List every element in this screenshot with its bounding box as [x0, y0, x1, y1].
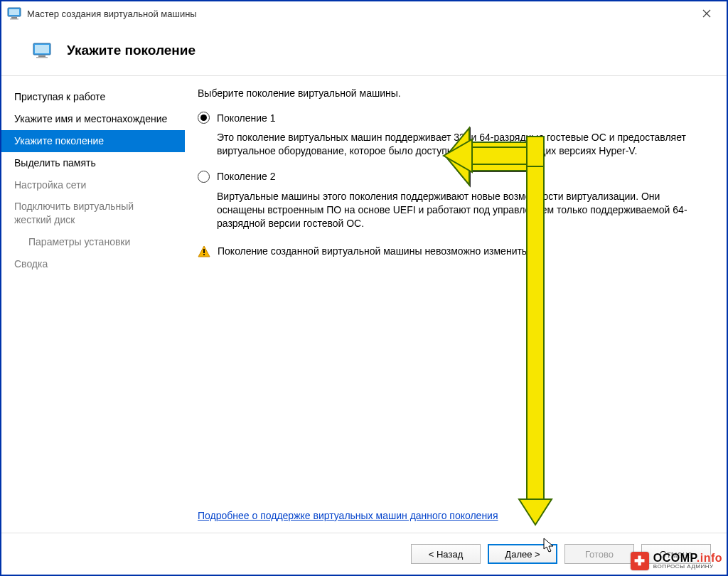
- radio-label: Поколение 1: [217, 112, 276, 124]
- radio-label: Поколение 2: [217, 171, 276, 182]
- close-button[interactable]: [692, 1, 721, 26]
- app-icon: [7, 7, 21, 20]
- sidebar-item-generation[interactable]: Укажите поколение: [1, 130, 185, 152]
- wizard-icon: [33, 43, 51, 58]
- svg-rect-2: [11, 17, 17, 18]
- warning-icon: [198, 245, 210, 258]
- window-title: Мастер создания виртуальной машины: [27, 9, 197, 19]
- button-bar: < Назад Далее > Готово Отмена: [1, 533, 727, 575]
- titlebar: Мастер создания виртуальной машины: [1, 1, 727, 26]
- svg-rect-1: [9, 9, 19, 15]
- svg-rect-3: [10, 18, 18, 20]
- svg-rect-9: [36, 57, 48, 58]
- generation-2-desc: Виртуальные машины этого поколения подде…: [217, 190, 705, 230]
- sidebar-item-summary: Сводка: [1, 253, 185, 275]
- svg-rect-11: [203, 249, 205, 253]
- sidebar-item-intro[interactable]: Приступая к работе: [1, 86, 185, 108]
- finish-button: Готово: [564, 544, 634, 564]
- sidebar-item-vhd: Подключить виртуальный жесткий диск: [1, 196, 185, 231]
- header-band: Укажите поколение: [1, 26, 727, 75]
- sidebar: Приступая к работе Укажите имя и местона…: [1, 76, 185, 533]
- more-link-row: Подробнее о поддержке виртуальных машин …: [198, 510, 705, 527]
- back-button[interactable]: < Назад: [411, 544, 481, 564]
- content-pane: Выберите поколение виртуальной машины. П…: [185, 76, 727, 533]
- wizard-window: Мастер создания виртуальной машины Укажи…: [0, 0, 728, 576]
- svg-rect-12: [203, 255, 205, 256]
- sidebar-item-network: Настройка сети: [1, 174, 185, 196]
- radio-icon-selected: [198, 112, 210, 124]
- sidebar-item-name-location[interactable]: Укажите имя и местонахождение: [1, 108, 185, 130]
- warning-row: Поколение созданной виртуальной машины н…: [198, 245, 705, 258]
- sidebar-item-memory[interactable]: Выделить память: [1, 152, 185, 174]
- svg-rect-8: [38, 55, 46, 57]
- more-info-link[interactable]: Подробнее о поддержке виртуальных машин …: [198, 510, 498, 521]
- next-button[interactable]: Далее >: [488, 544, 557, 564]
- generation-1-desc: Это поколение виртуальных машин поддержи…: [217, 131, 705, 158]
- warning-text: Поколение созданной виртуальной машины н…: [218, 245, 530, 257]
- svg-rect-7: [35, 45, 49, 53]
- radio-icon-unselected: [198, 171, 210, 183]
- page-title: Укажите поколение: [67, 43, 196, 58]
- radio-generation-1[interactable]: Поколение 1: [198, 112, 705, 124]
- instruction-text: Выберите поколение виртуальной машины.: [198, 87, 705, 99]
- cancel-button[interactable]: Отмена: [641, 544, 711, 564]
- radio-generation-2[interactable]: Поколение 2: [198, 171, 705, 183]
- wizard-body: Приступая к работе Укажите имя и местона…: [1, 75, 727, 533]
- sidebar-item-install-options: Параметры установки: [1, 231, 185, 253]
